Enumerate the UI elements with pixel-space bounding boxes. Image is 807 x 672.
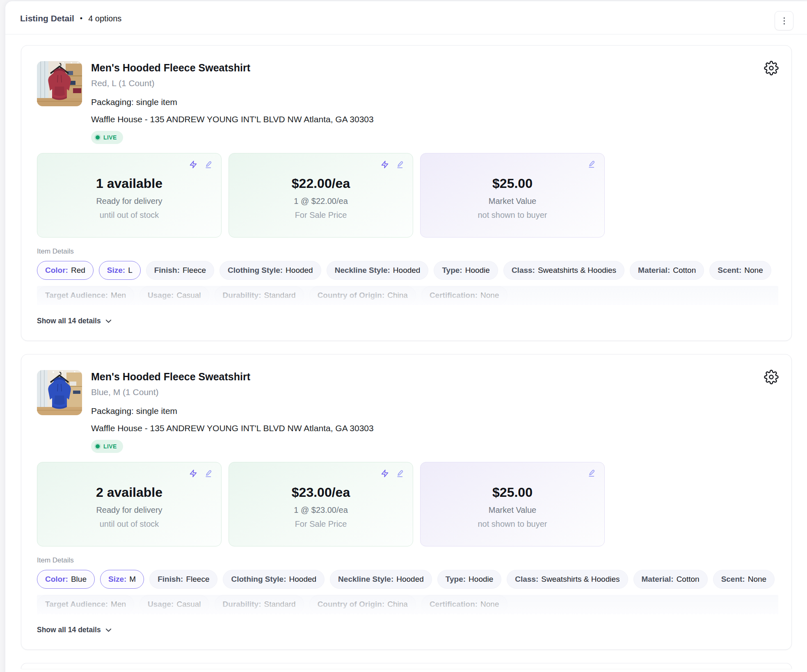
title-separator: • — [80, 14, 82, 23]
tag-label: Neckline Style: — [338, 575, 393, 584]
detail-tag-material: Material:Cotton — [633, 570, 708, 589]
tag-value: Standard — [264, 291, 296, 300]
tag-label: Usage: — [148, 291, 174, 300]
tag-value: Cotton — [673, 266, 696, 275]
detail-tag-type: Type:Hoodie — [437, 570, 501, 589]
detail-tag-neckline-style: Neckline Style:Hooded — [330, 570, 432, 589]
tag-value: Fleece — [183, 266, 206, 275]
show-all-details-button[interactable]: Show all 14 details — [37, 626, 112, 634]
tag-value: Hooded — [286, 266, 313, 275]
live-dot-icon — [96, 135, 100, 139]
settings-gear-button[interactable] — [764, 60, 779, 76]
variant-text: Red, L (1 Count) — [91, 78, 374, 88]
gear-icon — [764, 370, 779, 384]
stat-card-availability: 2 available Ready for delivery until out… — [37, 462, 222, 546]
settings-gear-button[interactable] — [764, 369, 779, 385]
chevron-down-icon — [105, 628, 112, 632]
options-count: 4 options — [88, 14, 121, 23]
tag-label: Neckline Style: — [335, 266, 390, 275]
tag-label: Scent: — [721, 575, 745, 584]
availability-value: 1 available — [96, 176, 162, 191]
detail-tag-target-audience: Target Audience:Men — [37, 286, 134, 305]
tag-label: Clothing Style: — [228, 266, 283, 275]
tag-label: Durability: — [223, 600, 261, 609]
market-value-line2: not shown to buyer — [478, 519, 547, 529]
product-title: Men's Hooded Fleece Sweatshirt — [91, 371, 374, 383]
detail-tag-material: Material:Cotton — [630, 261, 704, 280]
detail-tag-scent: Scent:None — [709, 261, 771, 280]
tag-label: Material: — [642, 575, 674, 584]
listing-cards-container: Men's Hooded Fleece Sweatshirt Red, L (1… — [5, 34, 807, 669]
sale-price-line2: For Sale Price — [295, 210, 347, 220]
page-header: Listing Detail • 4 options — [5, 1, 807, 23]
detail-tag-usage: Usage:Casual — [139, 595, 209, 614]
variant-text: Blue, M (1 Count) — [91, 387, 374, 397]
variant-tag-size[interactable]: Size:M — [100, 570, 144, 589]
item-details-label: Item Details — [37, 247, 778, 256]
tag-value: None — [480, 291, 499, 300]
tag-label: Material: — [638, 266, 670, 275]
gear-icon — [764, 61, 779, 75]
tag-label: Size: — [108, 575, 126, 584]
detail-tag-clothing-style: Clothing Style:Hooded — [219, 261, 321, 280]
tag-value: Standard — [264, 600, 296, 609]
tag-label: Clothing Style: — [231, 575, 286, 584]
tag-value: Sweatshirts & Hoodies — [538, 266, 616, 275]
stat-cards-row: 1 available Ready for delivery until out… — [37, 153, 778, 238]
tag-value: L — [128, 266, 133, 275]
detail-tag-finish: Finish:Fleece — [146, 261, 214, 280]
availability-line1: Ready for delivery — [96, 505, 162, 515]
variant-tag-size[interactable]: Size:L — [99, 261, 141, 280]
detail-tag-usage: Usage:Casual — [139, 286, 209, 305]
detail-tag-finish: Finish:Fleece — [149, 570, 217, 589]
sale-price-line1: 1 @ $23.00/ea — [294, 505, 348, 515]
page-title: Listing Detail — [20, 14, 74, 23]
live-dot-icon — [96, 444, 100, 448]
tag-label: Color: — [45, 266, 68, 275]
tag-label: Certification: — [430, 600, 478, 609]
stat-cards-row: 2 available Ready for delivery until out… — [37, 462, 778, 546]
detail-tag-country-of-origin: Country of Origin:China — [309, 286, 416, 305]
market-value-line1: Market Value — [489, 505, 536, 515]
listing-card: Men's Hooded Fleece Sweatshirt Red, L (1… — [21, 45, 792, 341]
listing-card-partial — [21, 663, 792, 669]
availability-value: 2 available — [96, 485, 162, 500]
detail-tag-country-of-origin: Country of Origin:China — [309, 595, 416, 614]
item-details-label: Item Details — [37, 556, 778, 565]
kebab-menu-button[interactable] — [775, 11, 793, 30]
variant-tag-color[interactable]: Color:Red — [37, 261, 94, 280]
tag-label: Scent: — [718, 266, 741, 275]
packaging-text: Packaging: single item — [91, 406, 374, 416]
tag-value: Hoodie — [465, 266, 490, 275]
tag-value: China — [387, 291, 408, 300]
stat-card-availability: 1 available Ready for delivery until out… — [37, 153, 222, 238]
listing-detail-panel: Listing Detail • 4 options — [5, 1, 807, 672]
tag-label: Type: — [442, 266, 462, 275]
location-text: Waffle House - 135 ANDREW YOUNG INT'L BL… — [91, 423, 374, 433]
show-all-details-button[interactable]: Show all 14 details — [37, 317, 112, 325]
show-all-details-label: Show all 14 details — [37, 626, 101, 634]
show-all-details-label: Show all 14 details — [37, 317, 101, 325]
tag-label: Durability: — [223, 291, 261, 300]
detail-tag-type: Type:Hoodie — [434, 261, 498, 280]
tag-label: Finish: — [154, 266, 180, 275]
item-details-tags-row2-collapsed: Target Audience:Men Usage:Casual Durabil… — [37, 595, 778, 614]
packaging-text: Packaging: single item — [91, 97, 374, 107]
market-value-line2: not shown to buyer — [478, 210, 547, 220]
detail-tag-certification: Certification:None — [421, 595, 508, 614]
availability-line1: Ready for delivery — [96, 197, 162, 206]
live-status-label: LIVE — [103, 134, 117, 141]
tag-label: Country of Origin: — [318, 291, 385, 300]
detail-tag-clothing-style: Clothing Style:Hooded — [223, 570, 325, 589]
kebab-menu-icon — [783, 17, 785, 25]
listing-card: Men's Hooded Fleece Sweatshirt Blue, M (… — [21, 354, 792, 650]
tag-value: Cotton — [677, 575, 700, 584]
sale-price-line2: For Sale Price — [295, 519, 347, 529]
tag-value: Sweatshirts & Hoodies — [541, 575, 620, 584]
tag-value: Casual — [176, 600, 201, 609]
tag-value: Fleece — [186, 575, 209, 584]
tag-value: None — [480, 600, 499, 609]
sale-price-value: $23.00/ea — [292, 485, 350, 500]
availability-line2: until out of stock — [100, 210, 159, 220]
variant-tag-color[interactable]: Color:Blue — [37, 570, 95, 589]
